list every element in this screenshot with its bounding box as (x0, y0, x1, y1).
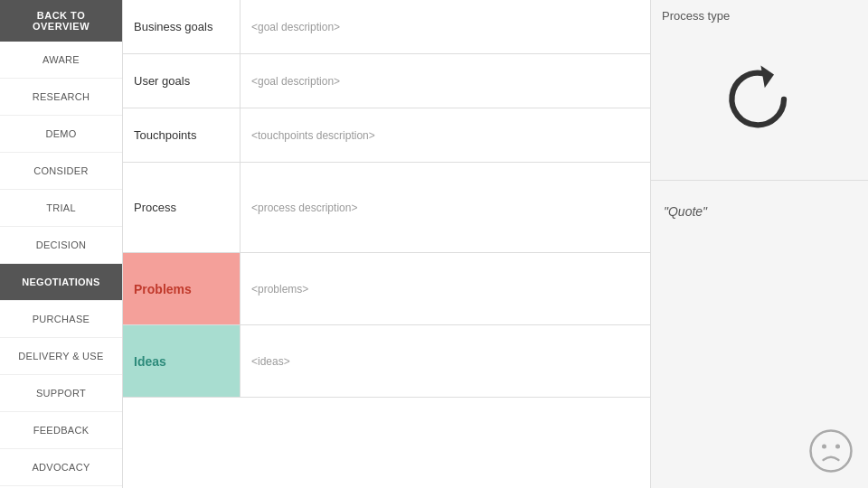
table-row: Ideas <ideas> (123, 325, 650, 398)
process-type-icon (662, 28, 857, 171)
process-desc[interactable]: <process description> (241, 163, 650, 252)
process-type-box: Process type (651, 0, 868, 181)
process-type-title: Process type (662, 9, 857, 23)
user-goals-desc[interactable]: <goal description> (241, 54, 650, 108)
sidebar-item-aware[interactable]: AWARE (0, 42, 122, 79)
svg-point-1 (811, 431, 852, 472)
face-icon (808, 428, 854, 474)
business-goals-desc[interactable]: <goal description> (241, 0, 650, 53)
sidebar-item-advocacy[interactable]: ADVOCACY (0, 449, 122, 486)
sidebar-item-research[interactable]: RESEARCH (0, 79, 122, 116)
table-area: Business goals <goal description> User g… (123, 0, 868, 488)
process-label: Process (123, 163, 241, 252)
sidebar: BACK TO OVERVIEW AWARE RESEARCH DEMO CON… (0, 0, 123, 488)
business-goals-label: Business goals (123, 0, 241, 53)
table-row: Touchpoints <touchpoints description> (123, 108, 650, 163)
sidebar-item-consider[interactable]: CONSIDER (0, 153, 122, 190)
right-panel: Process type "Quote" (651, 0, 868, 488)
sidebar-item-feedback[interactable]: FEEDBACK (0, 412, 122, 449)
svg-marker-0 (760, 63, 776, 88)
table-row: User goals <goal description> (123, 54, 650, 108)
touchpoints-desc[interactable]: <touchpoints description> (241, 108, 650, 162)
quote-text: "Quote" (664, 204, 855, 219)
sidebar-item-demo[interactable]: DEMO (0, 116, 122, 153)
svg-point-2 (822, 445, 826, 449)
svg-point-3 (835, 445, 840, 449)
user-goals-label: User goals (123, 54, 241, 108)
ideas-desc[interactable]: <ideas> (241, 325, 650, 397)
touchpoints-label: Touchpoints (123, 108, 241, 162)
back-to-overview-button[interactable]: BACK TO OVERVIEW (0, 0, 122, 42)
sidebar-item-delivery[interactable]: DELIVERY & USE (0, 338, 122, 375)
problems-label: Problems (123, 253, 241, 324)
main-content: Business goals <goal description> User g… (123, 0, 868, 488)
sidebar-item-purchase[interactable]: PURCHASE (0, 301, 122, 338)
table-row: Business goals <goal description> (123, 0, 650, 54)
table-row: Process <process description> (123, 163, 650, 253)
problems-desc[interactable]: <problems> (241, 253, 650, 324)
sidebar-item-decision[interactable]: DECISION (0, 227, 122, 264)
sidebar-item-trial[interactable]: TRIAL (0, 190, 122, 227)
table-row: Problems <problems> (123, 253, 650, 325)
center-table: Business goals <goal description> User g… (123, 0, 651, 488)
quote-box: "Quote" (651, 181, 868, 488)
reload-icon (719, 59, 800, 140)
ideas-label: Ideas (123, 325, 241, 397)
sidebar-item-support[interactable]: SUPPORT (0, 375, 122, 412)
sidebar-item-negotiations[interactable]: NEGOTIATIONS (0, 264, 122, 301)
